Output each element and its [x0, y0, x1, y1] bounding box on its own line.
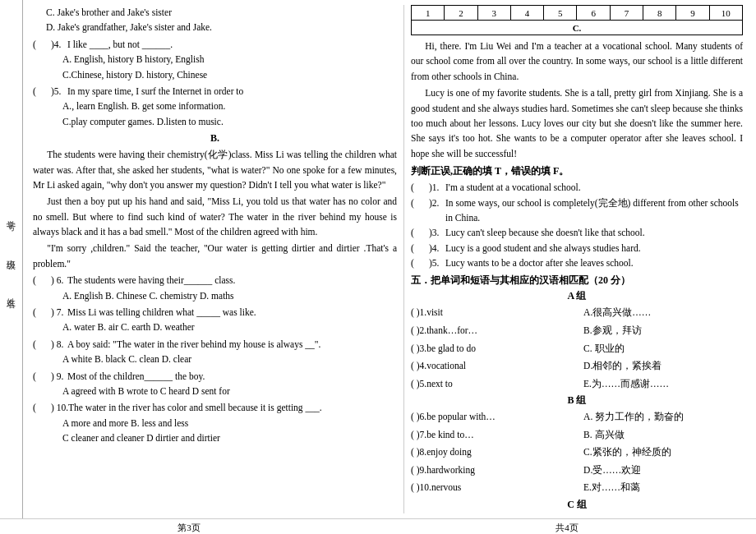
- match-left-3: ( )8.enjoy doing: [411, 444, 570, 461]
- answer-header-row: 12345678910: [412, 6, 743, 21]
- judge-q2-paren: (: [411, 196, 429, 226]
- q4-line: ( )4. I like ____, but not ______.: [33, 37, 397, 52]
- group-a-title: A 组: [411, 289, 743, 303]
- question-5: ( )5. In my spare time, I surf the Inter…: [33, 84, 397, 129]
- prev-options: C. Jake's brother and Jake's sister D. J…: [33, 5, 397, 35]
- q4-opt1: A. English, history B history, English: [62, 52, 397, 67]
- q9-num: ) 9.: [51, 369, 67, 384]
- banji-label: 班级：: [5, 252, 17, 266]
- question-6: ( ) 6.The students were having their____…: [33, 273, 397, 303]
- judge-q2: ( )2.In some ways, our school is complet…: [411, 196, 743, 226]
- q5-text: In my spare time, I surf the Internet in…: [67, 84, 243, 99]
- passage-c-p2: Lucy is one of my favorite students. She…: [411, 85, 743, 161]
- question-9: ( ) 9.Most of the children______ the boy…: [33, 369, 397, 399]
- match-right-1: A. 努力工作的，勤奋的: [583, 409, 743, 426]
- judge-q1-paren: (: [411, 180, 429, 195]
- judge-q3: ( )3.Lucy can't sleep because she doesn'…: [411, 225, 743, 240]
- q4-paren: (: [33, 37, 51, 52]
- q5-options: A., learn English. B. get some informati…: [33, 99, 397, 129]
- judge-q3-paren: (: [411, 225, 429, 240]
- judge-questions: ( )1.I'm a student at a vocational schoo…: [411, 180, 743, 270]
- q10-opt2: C cleaner and cleaner D dirtier and dirt…: [33, 430, 397, 445]
- answer-header-cell: 10: [709, 6, 742, 21]
- passage-c: Hi, there. I'm Liu Wei and I'm a teacher…: [411, 39, 743, 161]
- match-right-5: E.为……而感谢……: [583, 376, 743, 393]
- match-row: ( )1.visitA.很高兴做……: [411, 305, 743, 321]
- question-7: ( ) 7.Miss Li was telling children what …: [33, 305, 397, 335]
- left-margin: 学号： 班级： 姓名：: [0, 0, 23, 518]
- match-right-4: D.受……欢迎: [583, 463, 743, 479]
- q6-paren: (: [33, 273, 51, 288]
- judge-q3-text: Lucy can't sleep because she doesn't lik…: [445, 225, 743, 240]
- q9-paren: (: [33, 369, 51, 384]
- q4-options: A. English, history B history, English C…: [33, 52, 397, 82]
- section-c-label: C.: [412, 21, 743, 35]
- option-c-text: C. Jake's brother and Jake's sister: [33, 5, 397, 20]
- q6-text: The students were having their______ cla…: [67, 273, 235, 288]
- group-b: ( )6.be popular with…A. 努力工作的，勤奋的( )7.be…: [411, 409, 743, 496]
- q9-line: ( ) 9.Most of the children______ the boy…: [33, 369, 397, 384]
- match-left-4: ( )4.vocational: [411, 358, 570, 375]
- passage-b-p3: "I'm sorry ,children." Said the teacher,…: [33, 241, 397, 271]
- match-row: ( )8.enjoy doingC.紧张的，神经质的: [411, 444, 743, 461]
- q5-opt1: A., learn English. B. get some informati…: [62, 99, 397, 113]
- q4-num: )4.: [51, 37, 67, 52]
- answer-header-cell: 1: [412, 6, 445, 21]
- answer-header-cell: 5: [544, 6, 577, 21]
- q5-opt2: C.play computer games. D.listen to music…: [62, 114, 397, 129]
- match-right-5: E.对……和蔼: [583, 480, 743, 496]
- q6-num: ) 6.: [51, 273, 67, 288]
- xuehao-label: 学号：: [5, 214, 17, 228]
- answer-header-cell: 8: [643, 6, 676, 21]
- match-right-3: C.紧张的，神经质的: [583, 444, 743, 461]
- judge-q4-num: )4.: [429, 241, 445, 255]
- answer-header-cell: 3: [477, 6, 510, 21]
- group-b-title: B 组: [411, 394, 743, 407]
- q4-text: I like ____, but not ______.: [67, 37, 173, 52]
- judge-q4-paren: (: [411, 241, 429, 255]
- match-row: ( )10.nervousE.对……和蔼: [411, 480, 743, 496]
- judge-q1-text: I'm a student at a vocational school.: [445, 180, 743, 195]
- judge-q4: ( )4.Lucy is a good student and she alwa…: [411, 241, 743, 255]
- judge-q5: ( )5.Lucy wants to be a doctor after she…: [411, 255, 743, 270]
- q7-line: ( ) 7.Miss Li was telling children what …: [33, 305, 397, 320]
- answer-table: 12345678910 C.: [411, 5, 743, 35]
- q8-num: ) 8.: [51, 337, 67, 352]
- question-4: ( )4. I like ____, but not ______. A. En…: [33, 37, 397, 82]
- q9-opt1: A agreed with B wrote to C heard D sent …: [33, 384, 397, 398]
- match-right-4: D.相邻的，紧挨着: [583, 358, 743, 375]
- match-row: ( )7.be kind to…B. 高兴做: [411, 427, 743, 444]
- judge-q4-text: Lucy is a good student and she always st…: [445, 241, 743, 255]
- q8-line: ( ) 8.A boy said: "The water in the rive…: [33, 337, 397, 352]
- match-left-5: ( )10.nervous: [411, 480, 570, 496]
- judge-title: 判断正误,正确的填 T，错误的填 F。: [411, 164, 743, 178]
- q7-text: Miss Li was telling children what _____ …: [67, 305, 256, 320]
- match-right-3: C. 职业的: [583, 341, 743, 357]
- match-left-1: ( )1.visit: [411, 305, 570, 321]
- question-10: ( ) 10.The water in the river has color …: [33, 400, 397, 445]
- page-number: 第3页: [177, 522, 201, 534]
- judge-q1: ( )1.I'm a student at a vocational schoo…: [411, 180, 743, 195]
- questions-b: ( ) 6.The students were having their____…: [33, 273, 397, 445]
- passage-b-p2: Just then a boy put up his hand and said…: [33, 194, 397, 239]
- judge-q5-paren: (: [411, 255, 429, 270]
- q10-text: The water in the river has color and sme…: [68, 400, 322, 415]
- passage-b-p1: The students were having their chemistry…: [33, 147, 397, 192]
- match-row: ( )2.thank…for…B.参观，拜访: [411, 323, 743, 339]
- content-area: C. Jake's brother and Jake's sister D. J…: [23, 0, 756, 518]
- answer-header-cell: 6: [577, 6, 610, 21]
- question-8: ( ) 8.A boy said: "The water in the rive…: [33, 337, 397, 367]
- q9-text: Most of the children______ the boy.: [67, 369, 205, 384]
- judge-q1-num: )1.: [429, 180, 445, 195]
- match-left-4: ( )9.hardworking: [411, 463, 570, 479]
- q10-opt1: A more and more B. less and less: [33, 416, 397, 430]
- answer-header-cell: 9: [676, 6, 709, 21]
- q7-opt1: A. water B. air C. earth D. weather: [33, 320, 397, 334]
- match-right-2: B. 高兴做: [583, 427, 743, 444]
- footer: 第3页 共4页: [0, 518, 756, 534]
- option-d-text: D. Jake's grandfather, Jake's sister and…: [33, 20, 397, 35]
- group-a: ( )1.visitA.很高兴做……( )2.thank…for…B.参观，拜访…: [411, 305, 743, 392]
- match-left-5: ( )5.next to: [411, 376, 570, 393]
- judge-q5-text: Lucy wants to be a doctor after she leav…: [445, 255, 743, 270]
- group-c-title: C 组: [411, 498, 743, 512]
